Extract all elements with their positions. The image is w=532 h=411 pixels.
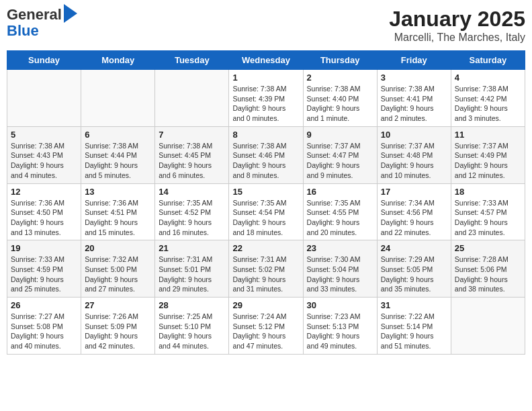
day-info: Sunrise: 7:38 AM Sunset: 4:40 PM Dayligh…: [307, 84, 373, 124]
calendar-cell: 19Sunrise: 7:33 AM Sunset: 4:59 PM Dayli…: [7, 240, 81, 298]
day-number: 11: [455, 130, 521, 140]
calendar-cell: 21Sunrise: 7:31 AM Sunset: 5:01 PM Dayli…: [155, 240, 229, 298]
calendar-table: SundayMondayTuesdayWednesdayThursdayFrid…: [7, 50, 525, 355]
weekday-header-thursday: Thursday: [303, 51, 377, 70]
calendar-cell: 7Sunrise: 7:38 AM Sunset: 4:45 PM Daylig…: [155, 126, 229, 183]
day-number: 1: [232, 73, 299, 83]
calendar-cell: 4Sunrise: 7:38 AM Sunset: 4:42 PM Daylig…: [451, 70, 525, 127]
day-number: 31: [381, 300, 447, 310]
day-info: Sunrise: 7:36 AM Sunset: 4:50 PM Dayligh…: [11, 198, 77, 238]
calendar-cell: 25Sunrise: 7:28 AM Sunset: 5:06 PM Dayli…: [451, 240, 525, 298]
day-info: Sunrise: 7:31 AM Sunset: 5:02 PM Dayligh…: [232, 255, 299, 294]
day-number: 5: [11, 130, 77, 140]
calendar-cell: 29Sunrise: 7:24 AM Sunset: 5:12 PM Dayli…: [229, 298, 303, 355]
day-info: Sunrise: 7:31 AM Sunset: 5:01 PM Dayligh…: [159, 255, 225, 294]
day-number: 24: [381, 243, 447, 253]
page-header: General Blue January 2025 Marcelli, The …: [7, 7, 525, 44]
day-number: 16: [307, 187, 373, 197]
calendar-cell: [155, 70, 229, 127]
day-number: 8: [232, 130, 299, 140]
day-info: Sunrise: 7:38 AM Sunset: 4:41 PM Dayligh…: [381, 84, 447, 124]
logo: General Blue: [7, 7, 77, 39]
weekday-header-row: SundayMondayTuesdayWednesdayThursdayFrid…: [7, 51, 525, 70]
day-number: 6: [85, 130, 151, 140]
logo-general: General: [7, 7, 62, 23]
calendar-cell: 24Sunrise: 7:29 AM Sunset: 5:05 PM Dayli…: [377, 240, 451, 298]
calendar-cell: 18Sunrise: 7:33 AM Sunset: 4:57 PM Dayli…: [451, 183, 525, 240]
calendar-cell: 8Sunrise: 7:38 AM Sunset: 4:46 PM Daylig…: [229, 126, 303, 183]
calendar-cell: 17Sunrise: 7:34 AM Sunset: 4:56 PM Dayli…: [377, 183, 451, 240]
weekday-header-saturday: Saturday: [451, 51, 525, 70]
weekday-header-wednesday: Wednesday: [229, 51, 303, 70]
day-number: 3: [381, 73, 447, 83]
calendar-cell: 1Sunrise: 7:38 AM Sunset: 4:39 PM Daylig…: [229, 70, 303, 127]
calendar-week-row: 26Sunrise: 7:27 AM Sunset: 5:08 PM Dayli…: [7, 298, 525, 355]
calendar-cell: 10Sunrise: 7:37 AM Sunset: 4:48 PM Dayli…: [377, 126, 451, 183]
calendar-cell: 23Sunrise: 7:30 AM Sunset: 5:04 PM Dayli…: [303, 240, 377, 298]
day-number: 28: [159, 300, 225, 310]
calendar-cell: 6Sunrise: 7:38 AM Sunset: 4:44 PM Daylig…: [81, 126, 155, 183]
day-info: Sunrise: 7:24 AM Sunset: 5:12 PM Dayligh…: [232, 312, 299, 351]
day-info: Sunrise: 7:26 AM Sunset: 5:09 PM Dayligh…: [85, 312, 151, 351]
day-info: Sunrise: 7:35 AM Sunset: 4:52 PM Dayligh…: [159, 198, 225, 238]
calendar-title: January 2025: [389, 7, 525, 32]
day-info: Sunrise: 7:30 AM Sunset: 5:04 PM Dayligh…: [307, 255, 373, 294]
day-number: 7: [159, 130, 225, 140]
title-block: January 2025 Marcelli, The Marches, Ital…: [389, 7, 525, 44]
day-number: 4: [455, 73, 521, 83]
calendar-cell: 5Sunrise: 7:38 AM Sunset: 4:43 PM Daylig…: [7, 126, 81, 183]
day-info: Sunrise: 7:32 AM Sunset: 5:00 PM Dayligh…: [85, 255, 151, 294]
calendar-cell: 9Sunrise: 7:37 AM Sunset: 4:47 PM Daylig…: [303, 126, 377, 183]
day-number: 2: [307, 73, 373, 83]
logo-arrow-icon: [64, 4, 77, 23]
day-info: Sunrise: 7:34 AM Sunset: 4:56 PM Dayligh…: [381, 198, 447, 238]
calendar-cell: 15Sunrise: 7:35 AM Sunset: 4:54 PM Dayli…: [229, 183, 303, 240]
day-number: 21: [159, 243, 225, 253]
day-number: 18: [455, 187, 521, 197]
day-number: 20: [85, 243, 151, 253]
day-info: Sunrise: 7:37 AM Sunset: 4:49 PM Dayligh…: [455, 141, 521, 181]
calendar-cell: 12Sunrise: 7:36 AM Sunset: 4:50 PM Dayli…: [7, 183, 81, 240]
day-info: Sunrise: 7:35 AM Sunset: 4:54 PM Dayligh…: [232, 198, 299, 238]
day-number: 17: [381, 187, 447, 197]
day-number: 14: [159, 187, 225, 197]
day-info: Sunrise: 7:35 AM Sunset: 4:55 PM Dayligh…: [307, 198, 373, 238]
calendar-cell: 3Sunrise: 7:38 AM Sunset: 4:41 PM Daylig…: [377, 70, 451, 127]
weekday-header-friday: Friday: [377, 51, 451, 70]
calendar-cell: [81, 70, 155, 127]
weekday-header-tuesday: Tuesday: [155, 51, 229, 70]
day-number: 9: [307, 130, 373, 140]
day-number: 19: [11, 243, 77, 253]
calendar-cell: 20Sunrise: 7:32 AM Sunset: 5:00 PM Dayli…: [81, 240, 155, 298]
day-info: Sunrise: 7:37 AM Sunset: 4:48 PM Dayligh…: [381, 141, 447, 181]
day-number: 10: [381, 130, 447, 140]
calendar-cell: 31Sunrise: 7:22 AM Sunset: 5:14 PM Dayli…: [377, 298, 451, 355]
day-number: 15: [232, 187, 299, 197]
day-info: Sunrise: 7:36 AM Sunset: 4:51 PM Dayligh…: [85, 198, 151, 238]
day-info: Sunrise: 7:38 AM Sunset: 4:42 PM Dayligh…: [455, 84, 521, 124]
day-number: 29: [232, 300, 299, 310]
day-info: Sunrise: 7:37 AM Sunset: 4:47 PM Dayligh…: [307, 141, 373, 181]
day-info: Sunrise: 7:33 AM Sunset: 4:59 PM Dayligh…: [11, 255, 77, 294]
calendar-cell: [451, 298, 525, 355]
day-info: Sunrise: 7:38 AM Sunset: 4:45 PM Dayligh…: [159, 141, 225, 181]
calendar-cell: 2Sunrise: 7:38 AM Sunset: 4:40 PM Daylig…: [303, 70, 377, 127]
day-info: Sunrise: 7:29 AM Sunset: 5:05 PM Dayligh…: [381, 255, 447, 294]
calendar-subtitle: Marcelli, The Marches, Italy: [389, 32, 525, 44]
day-number: 22: [232, 243, 299, 253]
day-number: 30: [307, 300, 373, 310]
calendar-cell: [7, 70, 81, 127]
weekday-header-monday: Monday: [81, 51, 155, 70]
day-info: Sunrise: 7:28 AM Sunset: 5:06 PM Dayligh…: [455, 255, 521, 294]
calendar-cell: 26Sunrise: 7:27 AM Sunset: 5:08 PM Dayli…: [7, 298, 81, 355]
day-info: Sunrise: 7:23 AM Sunset: 5:13 PM Dayligh…: [307, 312, 373, 351]
calendar-week-row: 1Sunrise: 7:38 AM Sunset: 4:39 PM Daylig…: [7, 70, 525, 127]
calendar-cell: 14Sunrise: 7:35 AM Sunset: 4:52 PM Dayli…: [155, 183, 229, 240]
day-number: 25: [455, 243, 521, 253]
day-number: 13: [85, 187, 151, 197]
day-number: 27: [85, 300, 151, 310]
calendar-cell: 30Sunrise: 7:23 AM Sunset: 5:13 PM Dayli…: [303, 298, 377, 355]
weekday-header-sunday: Sunday: [7, 51, 81, 70]
calendar-cell: 16Sunrise: 7:35 AM Sunset: 4:55 PM Dayli…: [303, 183, 377, 240]
day-info: Sunrise: 7:38 AM Sunset: 4:39 PM Dayligh…: [232, 84, 299, 124]
